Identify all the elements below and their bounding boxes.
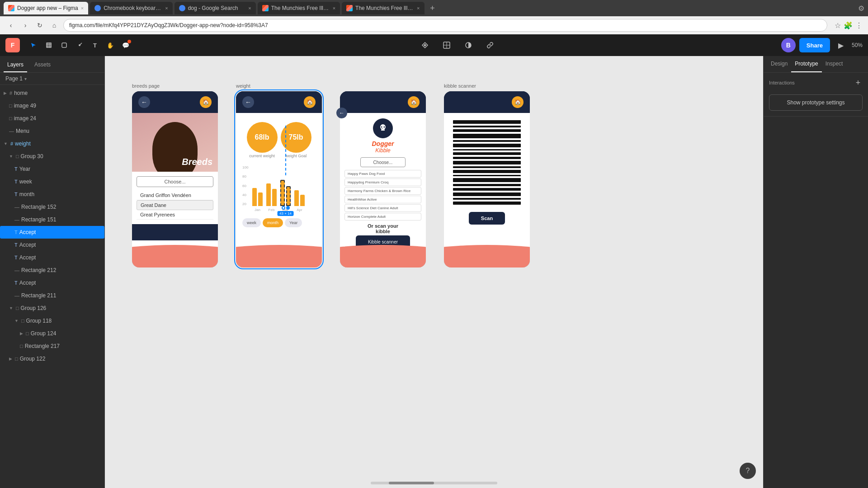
hand-tool[interactable]: ✋	[103, 38, 118, 52]
kibble-opt-3[interactable]: Harmony Farms Chicken & Brown Rice	[344, 187, 421, 195]
right-tab-design[interactable]: Design	[767, 56, 791, 72]
kibble-opt-5[interactable]: Hill's Science Diet Canine Adult	[344, 204, 421, 212]
back-button[interactable]: ‹	[5, 20, 16, 31]
layer-year[interactable]: T Year	[0, 163, 104, 175]
breeds-back-arrow[interactable]: ←	[138, 96, 150, 108]
tab-layers[interactable]: Layers	[4, 60, 27, 72]
layer-group126[interactable]: ▼ □ Group 126	[0, 302, 104, 314]
kibble-phone-frame[interactable]: 🏠 Dogger Kibble	[340, 91, 426, 267]
weight-back-arrow[interactable]: ←	[242, 96, 254, 108]
home-button[interactable]: ⌂	[49, 20, 60, 31]
component-tool[interactable]	[418, 38, 432, 52]
breed-option-1[interactable]: Grand Griffon Vendéen	[137, 191, 213, 200]
layer-accept4[interactable]: T Accept	[0, 277, 104, 289]
scan-button[interactable]: Scan	[469, 212, 505, 225]
layer-accept3[interactable]: T Accept	[0, 251, 104, 264]
page-selector[interactable]: Page 1 ▾	[0, 73, 104, 85]
time-tab-month[interactable]: month	[263, 218, 283, 227]
tab-chrome-close[interactable]: ×	[165, 5, 168, 11]
weight-goal-value: 75lb	[288, 133, 303, 141]
reload-button[interactable]: ↻	[34, 20, 45, 31]
kibble-opt-6[interactable]: Horizon Complete Adult	[344, 213, 421, 221]
kibble-opt-4[interactable]: HealthWise Active	[344, 196, 421, 203]
kibble-float-back[interactable]: ←	[336, 108, 347, 118]
layer-group124[interactable]: ▶ □ Group 124	[0, 327, 104, 340]
layer-rect212[interactable]: — Rectangle 212	[0, 264, 104, 277]
right-tab-prototype[interactable]: Prototype	[791, 56, 821, 72]
more-icon[interactable]: ⋮	[855, 21, 863, 30]
tab-assets[interactable]: Assets	[31, 60, 54, 72]
address-input[interactable]	[63, 19, 827, 32]
weight-home-icon[interactable]: 🏠	[304, 96, 316, 108]
prototype-settings-btn[interactable]: Show prototype settings	[769, 94, 863, 111]
layer-group122[interactable]: ▶ □ Group 122	[0, 352, 104, 365]
breeds-choose-btn[interactable]: Choose...	[137, 176, 213, 187]
layer-rect152[interactable]: — Rectangle 152	[0, 201, 104, 213]
tab-munchies1[interactable]: The Munchies Free Illustrations ×	[258, 2, 340, 14]
layer-rect151[interactable]: — Rectangle 151	[0, 213, 104, 226]
layer-week[interactable]: T week	[0, 175, 104, 188]
layer-accept2[interactable]: T Accept	[0, 239, 104, 251]
tab-chrome-shortcuts[interactable]: Chromebook keyboard shortcuts ×	[90, 2, 172, 14]
move-tool[interactable]	[26, 38, 41, 52]
link-tool[interactable]	[483, 38, 497, 52]
dark-mode-tool[interactable]	[461, 38, 476, 52]
auto-layout-tool[interactable]	[439, 38, 454, 52]
time-tab-year[interactable]: Year	[285, 218, 302, 227]
tab-figma[interactable]: Dogger app new – Figma ×	[4, 2, 88, 14]
layer-rect217[interactable]: □ Rectangle 217	[0, 340, 104, 352]
kibble-choose-btn[interactable]: Choose...	[360, 157, 406, 167]
tab-munchies1-close[interactable]: ×	[333, 5, 335, 11]
tab-munchies2[interactable]: The Munchies Free Illustrations ×	[342, 2, 424, 14]
extension-icon[interactable]: 🧩	[844, 21, 853, 30]
weight-phone-frame[interactable]: ← 🏠 68lb current weight	[236, 91, 322, 267]
breeds-phone-frame[interactable]: ← 🏠 Breeds	[132, 91, 218, 267]
layer-group30[interactable]: ▼ □ Group 30	[0, 150, 104, 163]
forward-button[interactable]: ›	[20, 20, 31, 31]
comment-tool[interactable]: 💬	[118, 38, 133, 52]
layer-image49[interactable]: □ image 49	[0, 99, 104, 112]
breeds-title: Breeds	[182, 157, 212, 167]
kibble-opt-2[interactable]: Happydog Premium Croq	[344, 178, 421, 186]
breeds-home-icon[interactable]: 🏠	[200, 96, 212, 108]
add-interaction-btn[interactable]: +	[854, 78, 863, 87]
tab-munchies2-close[interactable]: ×	[417, 5, 420, 11]
shape-tool[interactable]	[57, 38, 71, 52]
layer-accept1[interactable]: T Accept	[0, 226, 104, 239]
right-tab-inspect[interactable]: Inspect	[822, 56, 847, 72]
layer-menu[interactable]: — Menu	[0, 125, 104, 137]
time-tab-week[interactable]: week	[242, 218, 261, 227]
pen-tool[interactable]	[72, 38, 87, 52]
frame-tool[interactable]	[42, 38, 56, 52]
tab-figma-close[interactable]: ×	[81, 5, 84, 11]
help-button[interactable]: ?	[740, 463, 756, 479]
kibble-home-icon[interactable]: 🏠	[408, 96, 420, 108]
layer-home[interactable]: ▶ # home	[0, 87, 104, 99]
tab-dog-close[interactable]: ×	[248, 5, 251, 11]
figma-logo[interactable]: F	[5, 38, 20, 52]
layer-rect211[interactable]: — Rectangle 211	[0, 289, 104, 302]
wave-decoration-weight	[236, 245, 322, 267]
play-button[interactable]: ▶	[834, 38, 848, 52]
breeds-footer	[132, 240, 218, 267]
layer-month[interactable]: T month	[0, 188, 104, 201]
address-bar-row: ‹ › ↻ ⌂ ☆ 🧩 ⋮	[0, 16, 868, 34]
browser-settings-icon[interactable]: ⚙	[858, 4, 864, 13]
zoom-label[interactable]: 50%	[852, 42, 863, 48]
bookmark-icon[interactable]: ☆	[835, 21, 841, 30]
tab-dog-search[interactable]: dog - Google Search ×	[175, 2, 256, 14]
canvas-scrollbar[interactable]	[371, 482, 497, 484]
new-tab-button[interactable]: +	[426, 2, 439, 14]
share-button[interactable]: Share	[799, 38, 830, 52]
canvas[interactable]: breeds page ← 🏠 Breeds	[105, 56, 763, 488]
user-avatar[interactable]: B	[781, 38, 796, 52]
layer-group118[interactable]: ▼ □ Group 118	[0, 314, 104, 327]
breed-option-3[interactable]: Great Pyrenees	[137, 210, 213, 220]
text-tool[interactable]: T	[88, 38, 102, 52]
breed-option-2[interactable]: Great Dane	[137, 200, 213, 210]
layer-weight[interactable]: ▼ # weight	[0, 137, 104, 150]
layer-image24[interactable]: □ image 24	[0, 112, 104, 125]
kibble-opt-1[interactable]: Happy Paws Dog Food	[344, 170, 421, 178]
scanner-phone-frame[interactable]: 🏠	[444, 91, 530, 267]
scanner-home-icon[interactable]: 🏠	[512, 96, 524, 108]
